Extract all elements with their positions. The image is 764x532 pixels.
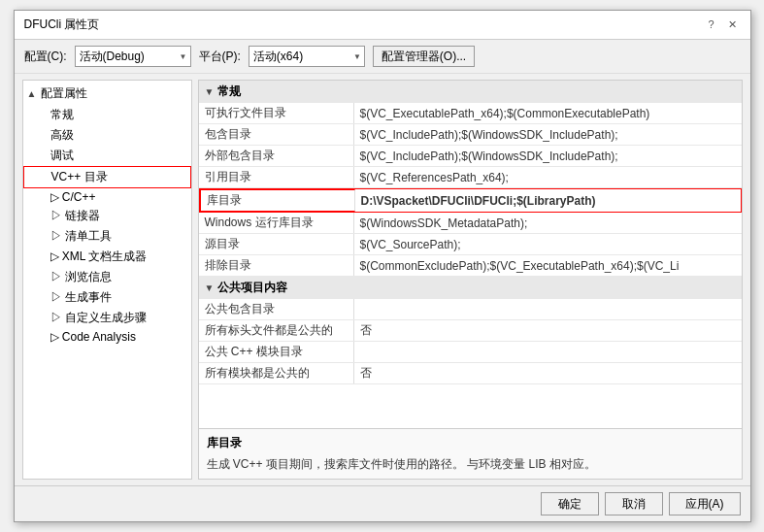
tree-item-custom-build[interactable]: ▷ 自定义生成步骤	[23, 308, 191, 328]
prop-value-ref-dir[interactable]: $(VC_ReferencesPath_x64);	[354, 167, 742, 187]
row-src-dir: 源目录 $(VC_SourcePath);	[199, 234, 742, 255]
tree-children: 常规 高级 调试 VC++ 目录 ▷ C/C++ ▷ 链接器 ▷ 清单工具 ▷ …	[23, 105, 191, 346]
description-panel: 库目录 生成 VC++ 项目期间，搜索库文件时使用的路径。 与环境变量 LIB …	[199, 428, 742, 479]
prop-value-exclude-dir[interactable]: $(CommonExcludePath);$(VC_ExecutablePath…	[354, 255, 742, 276]
title-bar: DFUCli 属性页 ? ✕	[15, 11, 750, 40]
tree-item-code-analysis[interactable]: ▷ Code Analysis	[23, 328, 191, 346]
section-general-header[interactable]: ▼ 常规	[199, 81, 742, 103]
prop-value-executable-dir[interactable]: $(VC_ExecutablePath_x64);$(CommonExecuta…	[354, 103, 742, 123]
prop-value-public-include[interactable]	[354, 299, 742, 319]
prop-name-public-modules: 公共 C++ 模块目录	[199, 342, 354, 362]
prop-value-src-dir[interactable]: $(VC_SourcePath);	[354, 234, 742, 254]
title-bar-controls: ? ✕	[704, 18, 740, 31]
config-label: 配置(C):	[24, 49, 67, 65]
platform-label: 平台(P):	[199, 49, 241, 65]
tree-item-linker[interactable]: ▷ 链接器	[23, 206, 191, 226]
prop-name-lib-dir: 库目录	[200, 189, 355, 212]
section-public-header[interactable]: ▼ 公共项目内容	[199, 277, 742, 299]
row-ext-include-dir: 外部包含目录 $(VC_IncludePath);$(WindowsSDK_In…	[199, 146, 742, 167]
prop-value-public-modules[interactable]	[354, 342, 742, 362]
description-text: 生成 VC++ 项目期间，搜索库文件时使用的路径。 与环境变量 LIB 相对应。	[207, 455, 734, 473]
tree-item-manifest[interactable]: ▷ 清单工具	[23, 226, 191, 247]
section-general-label: 常规	[217, 83, 241, 100]
prop-name-all-headers-public: 所有标头文件都是公共的	[199, 320, 354, 341]
row-lib-dir: 库目录 D:\VSpacket\DFUCli\DFUCli;$(LibraryP…	[199, 188, 742, 213]
prop-name-ext-include-dir: 外部包含目录	[199, 146, 354, 166]
row-all-headers-public: 所有标头文件都是公共的 否	[199, 320, 742, 342]
content-area: ▲ 配置属性 常规 高级 调试 VC++ 目录 ▷ C/C++ ▷ 链接器 ▷ …	[15, 74, 750, 485]
bottom-bar: 确定 取消 应用(A)	[15, 485, 750, 521]
prop-name-include-dir: 包含目录	[199, 124, 354, 145]
tree-item-build-events[interactable]: ▷ 生成事件	[23, 287, 191, 308]
prop-value-all-headers-public[interactable]: 否	[354, 320, 742, 341]
description-title: 库目录	[207, 435, 734, 451]
tree-item-browse[interactable]: ▷ 浏览信息	[23, 267, 191, 287]
row-all-modules-public: 所有模块都是公共的 否	[199, 363, 742, 384]
left-panel: ▲ 配置属性 常规 高级 调试 VC++ 目录 ▷ C/C++ ▷ 链接器 ▷ …	[22, 80, 192, 480]
row-public-modules: 公共 C++ 模块目录	[199, 342, 742, 363]
close-button[interactable]: ✕	[724, 18, 741, 31]
prop-name-src-dir: 源目录	[199, 234, 354, 254]
config-select[interactable]: 活动(Debug)	[75, 46, 191, 67]
prop-name-exclude-dir: 排除目录	[199, 255, 354, 276]
tree-item-vc-dirs[interactable]: VC++ 目录	[23, 166, 191, 188]
row-public-include: 公共包含目录	[199, 299, 742, 320]
apply-button[interactable]: 应用(A)	[669, 492, 741, 515]
config-manager-button[interactable]: 配置管理器(O)...	[373, 46, 475, 67]
row-exclude-dir: 排除目录 $(CommonExcludePath);$(VC_Executabl…	[199, 255, 742, 277]
tree-root[interactable]: ▲ 配置属性	[23, 83, 191, 105]
props-table: ▼ 常规 可执行文件目录 $(VC_ExecutablePath_x64);$(…	[199, 81, 742, 428]
prop-value-winrt-dir[interactable]: $(WindowsSDK_MetadataPath);	[354, 213, 742, 233]
prop-name-all-modules-public: 所有模块都是公共的	[199, 363, 354, 383]
row-ref-dir: 引用目录 $(VC_ReferencesPath_x64);	[199, 167, 742, 188]
tree-item-general[interactable]: 常规	[23, 105, 191, 125]
toolbar: 配置(C): 活动(Debug) 平台(P): 活动(x64) 配置管理器(O)…	[15, 40, 750, 74]
platform-select[interactable]: 活动(x64)	[249, 46, 365, 67]
dialog-window: DFUCli 属性页 ? ✕ 配置(C): 活动(Debug) 平台(P): 活…	[14, 10, 751, 522]
row-winrt-dir: Windows 运行库目录 $(WindowsSDK_MetadataPath)…	[199, 213, 742, 234]
section-public-toggle: ▼	[205, 283, 215, 293]
prop-value-include-dir[interactable]: $(VC_IncludePath);$(WindowsSDK_IncludePa…	[354, 124, 742, 145]
prop-name-winrt-dir: Windows 运行库目录	[199, 213, 354, 233]
prop-value-lib-dir[interactable]: D:\VSpacket\DFUCli\DFUCli;$(LibraryPath)	[355, 189, 741, 212]
row-executable-dir: 可执行文件目录 $(VC_ExecutablePath_x64);$(Commo…	[199, 103, 742, 124]
window-title: DFUCli 属性页	[24, 17, 100, 33]
prop-name-ref-dir: 引用目录	[199, 167, 354, 187]
tree-root-label: 配置属性	[41, 85, 87, 102]
prop-name-executable-dir: 可执行文件目录	[199, 103, 354, 123]
root-toggle-icon: ▲	[27, 88, 39, 99]
prop-name-public-include: 公共包含目录	[199, 299, 354, 319]
platform-select-wrapper[interactable]: 活动(x64)	[249, 46, 365, 67]
section-public-label: 公共项目内容	[217, 280, 287, 296]
tree-item-xml-doc[interactable]: ▷ XML 文档生成器	[23, 247, 191, 267]
config-select-wrapper[interactable]: 活动(Debug)	[75, 46, 191, 67]
prop-value-ext-include-dir[interactable]: $(VC_IncludePath);$(WindowsSDK_IncludePa…	[354, 146, 742, 166]
section-general-toggle: ▼	[205, 86, 215, 97]
tree-section: ▲ 配置属性 常规 高级 调试 VC++ 目录 ▷ C/C++ ▷ 链接器 ▷ …	[23, 81, 191, 348]
ok-button[interactable]: 确定	[541, 492, 599, 515]
tree-item-advanced[interactable]: 高级	[23, 125, 191, 146]
cancel-button[interactable]: 取消	[605, 492, 663, 515]
prop-value-all-modules-public[interactable]: 否	[354, 363, 742, 383]
tree-item-cpp[interactable]: ▷ C/C++	[23, 188, 191, 206]
right-panel: ▼ 常规 可执行文件目录 $(VC_ExecutablePath_x64);$(…	[198, 80, 743, 480]
row-include-dir: 包含目录 $(VC_IncludePath);$(WindowsSDK_Incl…	[199, 124, 742, 146]
tree-item-debug[interactable]: 调试	[23, 146, 191, 166]
help-button[interactable]: ?	[704, 18, 717, 31]
